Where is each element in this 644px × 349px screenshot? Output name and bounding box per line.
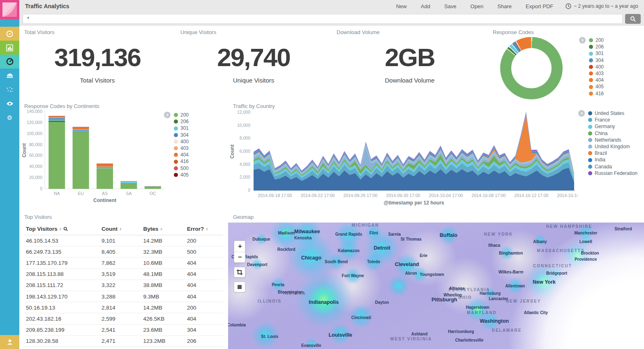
legend-item[interactable]: 416 — [174, 158, 189, 165]
legend-label: 301 — [180, 125, 189, 131]
table-row[interactable]: 198.143.129.1703,2889.3MB404 — [24, 291, 223, 302]
legend-item[interactable]: 403 — [589, 70, 604, 77]
nav-add[interactable]: Add — [421, 3, 430, 9]
legend-item[interactable]: 500 — [174, 165, 189, 172]
legend-item[interactable]: Netherlands — [588, 137, 637, 143]
legend-item[interactable]: 405 — [174, 172, 189, 178]
legend-toggle-icon[interactable] — [578, 110, 585, 117]
kibana-logo[interactable] — [0, 0, 19, 19]
legend-toggle-icon[interactable] — [164, 112, 171, 118]
map-zoom-out-button[interactable]: − — [234, 252, 245, 262]
sidebar-item-discover[interactable] — [0, 27, 19, 41]
legend-color-dot — [589, 52, 593, 56]
legend-item[interactable]: China — [588, 130, 637, 137]
legend-item[interactable]: Germany — [588, 123, 637, 130]
nav-share[interactable]: Share — [497, 3, 512, 9]
response-codes-donut-chart[interactable] — [500, 37, 563, 99]
map-city-label: Buffalo — [440, 232, 457, 238]
map-city-label: Cleveland — [395, 262, 419, 267]
metric-value: 2GB — [332, 43, 488, 72]
map-city-label: Wheeling — [443, 292, 462, 297]
map-zoom-in-button[interactable]: + — [234, 241, 245, 252]
legend-color-dot — [588, 145, 592, 149]
map-state-label: MARYLAND — [467, 310, 497, 315]
legend-item[interactable]: 301 — [589, 50, 604, 57]
table-row[interactable]: 177.135.170.1797,86210.6MB404 — [24, 257, 223, 269]
nav-save[interactable]: Save — [444, 3, 457, 9]
table-cell: 202.43.182.16 — [24, 313, 100, 324]
legend-label: 416 — [596, 90, 604, 97]
table-row[interactable]: 46.105.14.539,10114.2MB200 — [24, 235, 223, 246]
legend-item[interactable]: 400 — [174, 138, 189, 145]
legend-item[interactable]: 304 — [174, 132, 189, 138]
legend-item[interactable]: 405 — [589, 83, 604, 90]
nav-new[interactable]: New — [396, 3, 407, 9]
column-header-error[interactable]: Error?▲▼ — [185, 223, 223, 235]
sidebar-item-graph[interactable] — [0, 83, 19, 96]
map-city-label: Columbia — [228, 323, 246, 327]
map-city-label: Cincinnati — [351, 315, 371, 320]
legend-item[interactable]: United States — [588, 110, 637, 117]
legend-item[interactable]: 206 — [174, 118, 189, 125]
table-cell: 404 — [185, 280, 223, 291]
table-cell: 404 — [185, 313, 223, 324]
column-header-count[interactable]: Count▲▼ — [100, 223, 142, 235]
legend-toggle-icon[interactable] — [579, 37, 586, 44]
query-input[interactable] — [23, 14, 623, 24]
table-row[interactable]: 50.16.19.132,81414.2MB200 — [24, 302, 223, 313]
sidebar-item-user[interactable] — [0, 335, 19, 349]
legend-item[interactable]: 200 — [589, 37, 604, 44]
search-button[interactable] — [625, 14, 641, 24]
legend-label: United States — [595, 110, 624, 117]
kibana-logo-icon — [2, 2, 17, 17]
legend-item[interactable]: France — [588, 117, 637, 123]
table-cell: 304 — [185, 325, 223, 336]
eye-icon — [6, 101, 14, 106]
nav-open[interactable]: Open — [471, 3, 484, 9]
map-city-label: Stratford — [614, 227, 632, 231]
legend-item[interactable]: India — [588, 156, 637, 163]
legend-item[interactable]: United Kingdom — [588, 143, 637, 150]
legend-item[interactable]: 404 — [174, 152, 189, 158]
sidebar-item-monitoring[interactable] — [0, 96, 19, 110]
map-city-label: Chicago — [301, 255, 321, 261]
table-row[interactable]: 208.115.113.883,51948.1MB404 — [24, 269, 223, 280]
legend-item[interactable]: 403 — [174, 145, 189, 152]
sidebar-item-settings[interactable]: ⚙ — [0, 110, 19, 124]
map-state-label: ILLINOIS — [258, 298, 282, 303]
geomap-canvas[interactable]: + − MICHIGANILLINOI — [228, 223, 644, 349]
sidebar-item-visualize[interactable] — [0, 41, 19, 55]
table-row[interactable]: 208.115.111.723,32238.8MB404 — [24, 280, 223, 291]
table-row[interactable]: 128.30.28.582,471123.2MB206 — [24, 336, 223, 347]
table-row[interactable]: 202.43.182.162,599426.5KB404 — [24, 313, 223, 324]
table-cell: 208.115.113.88 — [24, 269, 100, 280]
sidebar-item-dashboard[interactable] — [0, 55, 19, 69]
panel-download-volume: Download Volume 2GB Download Volume — [332, 25, 488, 99]
map-city-label: Louisville — [328, 332, 352, 338]
continents-bar-chart[interactable]: 020,00040,00060,00080,000100,000120,0001… — [21, 108, 169, 204]
column-header-bytes[interactable]: Bytes▲▼ — [142, 223, 185, 235]
legend-item[interactable]: 416 — [589, 90, 604, 97]
legend-item[interactable]: 206 — [589, 44, 604, 50]
legend-item[interactable]: Russian Federation — [588, 170, 637, 177]
sidebar-item-timelion[interactable] — [0, 69, 19, 83]
time-picker[interactable]: ~ 2 years ago to ~ a year ago — [566, 3, 638, 9]
map-city-label: Davenport — [247, 262, 267, 266]
legend-item[interactable]: 304 — [589, 57, 604, 64]
legend-item[interactable]: 200 — [174, 112, 189, 118]
column-header-topvisitors[interactable]: Top Visitors▲▼ — [24, 223, 100, 235]
legend-item[interactable]: Canada — [588, 163, 637, 170]
table-row[interactable]: 66.249.73.1358,40532.3MB500 — [24, 246, 223, 257]
legend-label: 400 — [180, 138, 189, 145]
traffic-area-chart[interactable]: 02,0004,0006,0008,00010,00012,0002014-09… — [228, 108, 577, 209]
map-crop-button[interactable] — [234, 267, 245, 278]
dashboard-title: Traffic Analytics — [25, 3, 69, 9]
legend-item[interactable]: Brazil — [588, 150, 637, 156]
nav-export-pdf[interactable]: Export PDF — [526, 3, 553, 9]
legend-item[interactable]: 404 — [589, 77, 604, 83]
table-row[interactable]: 209.85.238.1992,54123.6MB304 — [24, 325, 223, 336]
map-fit-button[interactable] — [234, 282, 245, 292]
legend-color-dot — [589, 65, 593, 69]
legend-item[interactable]: 301 — [174, 125, 189, 131]
legend-item[interactable]: 400 — [589, 64, 604, 70]
